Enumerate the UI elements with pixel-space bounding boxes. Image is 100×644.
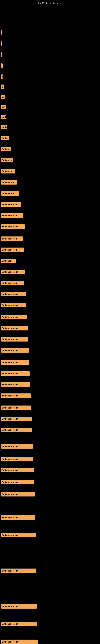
bottleneck-bar: Bottleneck result: [1, 444, 33, 448]
bottleneck-bar: Bott: [1, 105, 6, 109]
bar-label: Bottleneck result: [2, 429, 18, 431]
bottleneck-bar: Bottleneck result: [1, 568, 36, 573]
bar-label: Bottleneck resul: [2, 214, 17, 217]
bar-label: Bottleneck result: [2, 493, 18, 496]
bar-row: Bottleneck r: [0, 258, 100, 264]
bar-row: Bottleneck result: [0, 360, 100, 365]
bottleneck-bar: Bottleneck result: [1, 270, 25, 274]
bar-label: Bottleneck res: [2, 192, 16, 194]
bottleneck-bar: Bottleneck result: [1, 604, 37, 608]
bottleneck-bar: Bottlenec: [1, 147, 11, 151]
bar-row: Bottleneck result: [0, 427, 100, 433]
bottleneck-bar: Bottleneck result: [1, 406, 31, 410]
bar-label: Bottleneck result: [2, 458, 18, 460]
bar-label: Bottleneck resu: [2, 238, 17, 240]
bar-label: Bottleneck re: [2, 181, 14, 184]
bar-label: Bottleneck result: [2, 316, 18, 318]
bar-label: Bottleneck result: [2, 641, 18, 643]
bar-row: Bottleneck result: [0, 639, 100, 644]
bar-row: Bottleneck result: [0, 314, 100, 320]
bottleneck-bar: [1, 64, 2, 68]
bar-label: Bottle: [2, 126, 7, 128]
bar-row: Bottleneck: [0, 158, 100, 163]
bar-row: Bottleneck result: [0, 532, 100, 538]
bottleneck-bar: Bottleneck resu: [1, 202, 21, 207]
bottleneck-bar: Bottleneck resul: [1, 213, 23, 218]
bar-row: Bottleneck result: [0, 302, 100, 308]
bottleneck-bar: Bottleneck r: [1, 258, 16, 263]
bar-row: Bott: [0, 104, 100, 110]
bottleneck-bar: Bottleneck resul: [1, 248, 24, 252]
bar-row: Bottleneck result: [0, 492, 100, 497]
bar-label: Bottleneck result: [2, 395, 18, 397]
bar-label: Bottleneck result: [2, 271, 18, 273]
bottleneck-bar: Bottleneck result: [1, 292, 26, 296]
bar-row: [0, 52, 100, 57]
bar-label: Bottleneck result: [2, 623, 18, 625]
bar-row: Bottleneck result: [0, 467, 100, 473]
bar-row: Bo: [0, 84, 100, 90]
bottleneck-bar: Bottleneck result: [1, 428, 32, 432]
bar-label: Bot: [2, 96, 4, 98]
bar-label: Bottleneck result: [2, 516, 18, 519]
bar-label: Bottleneck result: [2, 384, 18, 386]
bar-label: Bottleneck result: [2, 481, 18, 484]
bar-row: B: [0, 74, 100, 80]
bar-row: Bottleneck resu: [0, 280, 100, 286]
bottleneck-bar: Bottleneck result: [1, 492, 35, 496]
bar-row: Bottleneck result: [0, 393, 100, 398]
bar-row: Bottleneck res: [0, 190, 100, 196]
bar-label: Bottl: [2, 116, 6, 118]
bottleneck-bar: Bottle: [1, 125, 7, 129]
bar-label: Bottleneck resu: [2, 282, 17, 284]
bar-label: Bo: [2, 86, 3, 88]
bottleneck-bar: Bottleneck result: [1, 348, 29, 352]
bottleneck-bar: Bottleneck result: [1, 457, 33, 461]
bottleneck-bar: Bottleneck result: [1, 326, 28, 330]
bar-row: Bottl: [0, 114, 100, 120]
bar-row: Bottleneck result: [0, 456, 100, 462]
bar-row: Bottleneck result: [0, 291, 100, 297]
site-title: TheBottlenecker.com: [0, 0, 100, 6]
bottleneck-bar: Bottleneck r: [1, 169, 15, 174]
bottleneck-bar: Bottleneck result: [1, 516, 35, 520]
bottleneck-bar: [1, 41, 2, 46]
bar-row: Bottlen: [0, 135, 100, 141]
bar-label: Bottleneck result: [2, 338, 18, 340]
bar-label: Bottleneck result: [2, 418, 18, 420]
bar-row: Bottleneck result: [0, 224, 100, 230]
bar-row: Bottleneck result: [0, 444, 100, 449]
bottleneck-bar: Bot: [1, 94, 5, 99]
bar-label: Bottleneck resul: [2, 249, 17, 251]
bar-label: Bottleneck result: [2, 372, 18, 375]
bar-row: Bottleneck result: [0, 348, 100, 353]
bar-row: Bot: [0, 94, 100, 100]
bar-label: Bottleneck result: [2, 407, 18, 409]
bar-label: Bottleneck result: [2, 570, 18, 572]
bar-label: Bottlen: [2, 137, 8, 139]
bar-label: B: [2, 76, 2, 78]
bar-label: Bottleneck r: [2, 170, 13, 172]
bar-row: Bottleneck re: [0, 180, 100, 185]
bottleneck-bar: B: [1, 74, 3, 79]
bar-row: Bottleneck result: [0, 515, 100, 520]
bar-row: Bottle: [0, 124, 100, 130]
bar-label: Bottleneck result: [2, 469, 18, 471]
bar-row: [0, 30, 100, 35]
bottleneck-bar: Bottleneck result: [1, 416, 32, 421]
bar-row: Bottleneck r: [0, 168, 100, 174]
bar-label: Bottleneck result: [2, 349, 18, 352]
bar-row: Bottleneck result: [0, 382, 100, 388]
bar-label: Bottleneck r: [2, 260, 13, 262]
bottleneck-bar: Bottleneck result: [1, 480, 34, 484]
bottleneck-bar: Bottleneck result: [1, 468, 34, 472]
bar-row: Bottleneck result: [0, 604, 100, 609]
bottleneck-bar: Bottleneck result: [1, 371, 30, 376]
bottleneck-bar: Bottleneck result: [1, 394, 31, 398]
bar-label: Bottleneck result: [2, 605, 18, 608]
bar-row: [0, 63, 100, 68]
bar-row: Bottleneck result: [0, 405, 100, 410]
bar-label: Bott: [2, 106, 5, 108]
bar-row: Bottleneck resu: [0, 236, 100, 242]
bar-row: Bottleneck result: [0, 480, 100, 485]
